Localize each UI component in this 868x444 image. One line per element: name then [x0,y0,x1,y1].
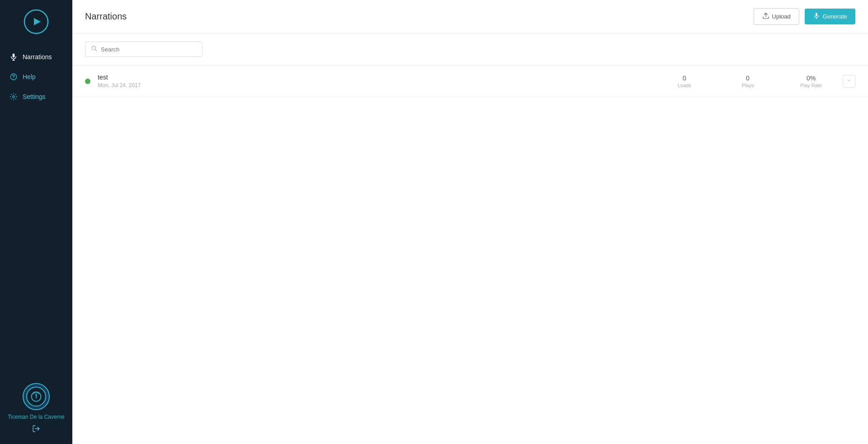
generate-label: Generate [823,13,847,20]
chevron-down-icon [846,78,852,84]
sidebar-item-narrations[interactable]: Narrations [0,47,72,67]
sidebar-item-help-label: Help [23,73,36,80]
search-wrapper[interactable] [85,42,203,57]
logout-icon[interactable] [32,425,40,435]
play-rate-stat: 0% Play Rate [797,75,825,88]
generate-button[interactable]: Generate [805,9,855,24]
sidebar-item-settings[interactable]: Settings [0,87,72,107]
sidebar-item-settings-label: Settings [23,93,46,100]
plays-value: 0 [746,75,750,82]
search-icon [91,45,97,53]
svg-rect-3 [13,54,15,58]
sidebar-nav: Narrations Help Settings [0,47,72,107]
help-icon [9,72,18,81]
upload-button[interactable]: Upload [754,8,799,25]
narration-info: test Mon, Jul 24, 2017 [98,74,671,89]
narration-name: test [98,74,671,81]
svg-point-7 [13,78,14,79]
play-rate-value: 0% [807,75,816,82]
loads-label: Loads [678,83,691,88]
plays-stat: 0 Plays [734,75,761,88]
upload-label: Upload [772,13,791,20]
upload-icon [762,12,769,21]
sidebar: Narrations Help Settings [0,0,72,444]
sidebar-item-help[interactable]: Help [0,67,72,87]
avatar-inner [26,387,46,407]
sidebar-bottom: Ticeman De la Caverne [8,383,65,435]
svg-line-16 [95,50,97,51]
microphone-icon [9,52,18,61]
narration-list: test Mon, Jul 24, 2017 0 Loads 0 Plays 0… [72,65,868,444]
status-badge [85,79,90,84]
sidebar-item-narrations-label: Narrations [23,53,52,61]
generate-icon [813,12,820,21]
main-content: Narrations Upload [72,0,868,444]
header-actions: Upload Generate [754,8,855,25]
expand-button[interactable] [843,75,855,88]
settings-icon [9,92,18,101]
svg-point-8 [13,96,15,98]
narration-stats: 0 Loads 0 Plays 0% Play Rate [671,75,825,88]
page-title: Narrations [85,11,127,22]
app-logo[interactable] [24,9,49,34]
plays-label: Plays [742,83,754,88]
table-row[interactable]: test Mon, Jul 24, 2017 0 Loads 0 Plays 0… [72,65,868,97]
loads-value: 0 [683,75,686,82]
narration-date: Mon, Jul 24, 2017 [98,82,671,89]
svg-point-10 [36,397,37,398]
svg-rect-13 [816,13,817,16]
user-name[interactable]: Ticeman De la Caverne [8,414,65,421]
play-rate-label: Play Rate [800,83,822,88]
avatar[interactable] [23,383,50,410]
search-input[interactable] [101,46,197,53]
search-area [72,33,868,65]
page-header: Narrations Upload [72,0,868,33]
loads-stat: 0 Loads [671,75,698,88]
